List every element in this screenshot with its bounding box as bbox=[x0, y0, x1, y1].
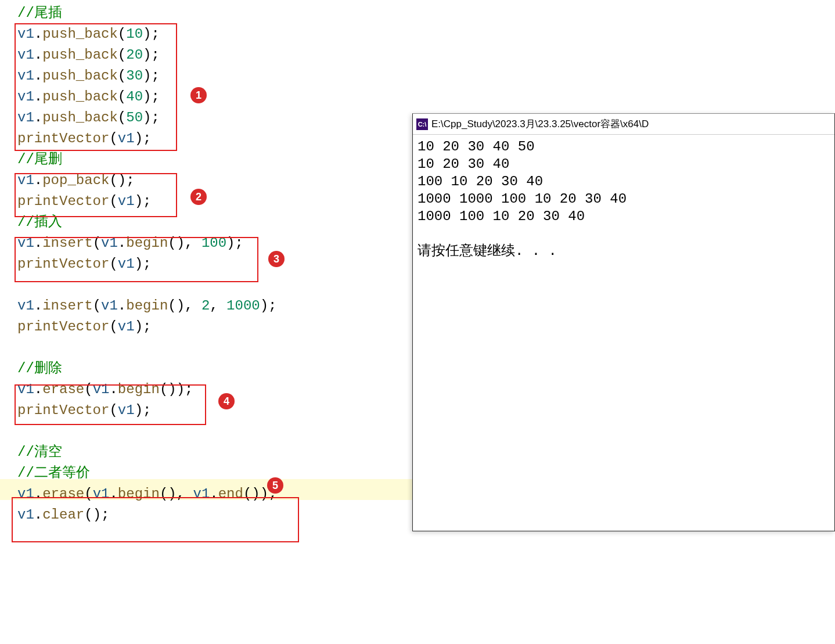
code-line: v1.insert(v1.begin(), 2, 1000); bbox=[17, 296, 277, 316]
code-line: printVector(v1); bbox=[17, 316, 277, 337]
annotation-badge-1: 1 bbox=[190, 87, 207, 103]
code-line: v1.pop_back(); bbox=[17, 170, 277, 191]
annotation-badge-5: 5 bbox=[267, 477, 283, 494]
code-comment: //清空 bbox=[17, 442, 277, 463]
code-comment: //插入 bbox=[17, 212, 277, 233]
code-line: v1.clear(); bbox=[17, 505, 277, 526]
code-line: v1.push_back(10); bbox=[17, 24, 277, 45]
code-line: printVector(v1); bbox=[17, 191, 277, 212]
console-icon: C:\ bbox=[416, 118, 428, 130]
code-line: printVector(v1); bbox=[17, 254, 277, 275]
code-comment: //删除 bbox=[17, 358, 277, 379]
code-line: v1.push_back(40); bbox=[17, 87, 277, 107]
code-comment: //尾插 bbox=[17, 3, 277, 24]
code-editor: //尾插 v1.push_back(10); v1.push_back(20);… bbox=[17, 3, 277, 526]
code-comment: //尾删 bbox=[17, 149, 277, 170]
console-titlebar[interactable]: C:\ E:\Cpp_Study\2023.3月\23.3.25\vector容… bbox=[413, 114, 834, 135]
code-line: v1.push_back(50); bbox=[17, 107, 277, 128]
annotation-badge-2: 2 bbox=[190, 189, 207, 205]
code-line: printVector(v1); bbox=[17, 128, 277, 149]
code-line: printVector(v1); bbox=[17, 400, 277, 421]
console-window[interactable]: C:\ E:\Cpp_Study\2023.3月\23.3.25\vector容… bbox=[412, 113, 835, 531]
annotation-badge-3: 3 bbox=[268, 251, 285, 267]
code-line: v1.erase(v1.begin(), v1.end()); bbox=[17, 484, 277, 505]
code-line: v1.erase(v1.begin()); bbox=[17, 379, 277, 400]
annotation-badge-4: 4 bbox=[218, 393, 235, 409]
code-comment: //二者等价 bbox=[17, 463, 277, 484]
code-line: v1.insert(v1.begin(), 100); bbox=[17, 233, 277, 254]
code-line: v1.push_back(30); bbox=[17, 66, 277, 87]
console-output: 10 20 30 40 50 10 20 30 40 100 10 20 30 … bbox=[413, 135, 834, 264]
code-line: v1.push_back(20); bbox=[17, 45, 277, 66]
console-title-text: E:\Cpp_Study\2023.3月\23.3.25\vector容器\x6… bbox=[431, 117, 649, 131]
